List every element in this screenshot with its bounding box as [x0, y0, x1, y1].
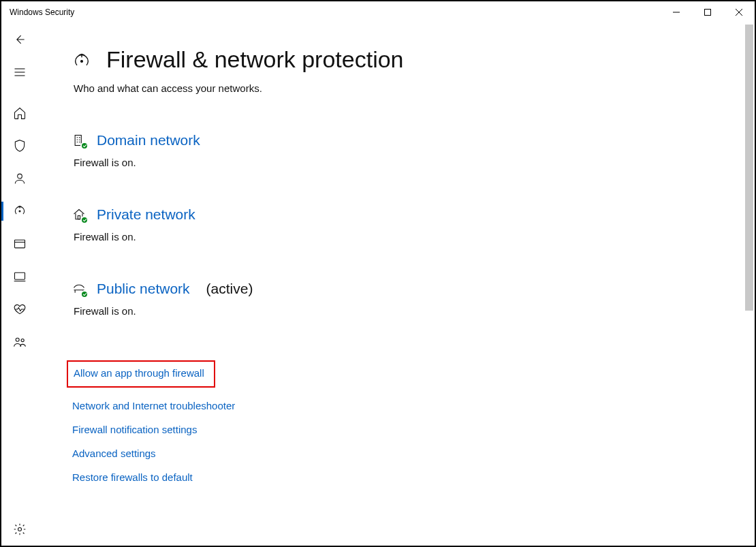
svg-point-15: [18, 528, 22, 531]
sidebar-item-settings[interactable]: [1, 513, 38, 546]
link-allow-app[interactable]: Allow an app through firewall: [74, 367, 204, 379]
page-header: Firewall & network protection: [72, 46, 727, 73]
network-private: Private network Firewall is on.: [72, 206, 727, 243]
public-status: Firewall is on.: [74, 305, 727, 317]
svg-rect-1: [705, 10, 711, 16]
sidebar-item-device-security[interactable]: [1, 260, 38, 293]
titlebar: Windows Security: [1, 1, 755, 23]
firewall-icon: [72, 52, 91, 74]
sidebar-item-app-browser[interactable]: [1, 228, 38, 260]
minimize-button[interactable]: [661, 1, 692, 23]
link-restore-defaults[interactable]: Restore firewalls to default: [72, 471, 193, 483]
back-button[interactable]: [1, 23, 38, 56]
maximize-button[interactable]: [692, 1, 723, 23]
network-domain: Domain network Firewall is on.: [72, 132, 727, 168]
status-ok-icon: [80, 216, 89, 224]
page-title: Firewall & network protection: [106, 46, 404, 73]
page-subtitle: Who and what can access your networks.: [74, 82, 727, 94]
link-notification-settings[interactable]: Firewall notification settings: [72, 424, 197, 435]
status-ok-icon: [80, 290, 89, 298]
domain-status: Firewall is on.: [74, 157, 727, 168]
svg-rect-9: [15, 240, 25, 248]
private-status: Firewall is on.: [74, 231, 727, 243]
svg-point-16: [81, 60, 83, 62]
status-ok-icon: [80, 142, 89, 150]
bench-icon: [72, 282, 86, 296]
menu-button[interactable]: [1, 56, 38, 89]
active-indicator: (active): [206, 281, 253, 297]
link-troubleshooter[interactable]: Network and Internet troubleshooter: [72, 400, 235, 411]
sidebar-item-performance[interactable]: [1, 293, 38, 326]
sidebar-item-virus[interactable]: [1, 129, 38, 162]
link-advanced-settings[interactable]: Advanced settings: [72, 448, 156, 459]
private-network-link[interactable]: Private network: [97, 206, 195, 223]
svg-point-7: [18, 174, 22, 178]
window-title: Windows Security: [10, 7, 74, 17]
sidebar: [1, 23, 38, 546]
sidebar-item-family[interactable]: [1, 326, 38, 358]
svg-rect-11: [15, 272, 25, 279]
scrollbar-thumb[interactable]: [745, 25, 753, 311]
sidebar-item-account[interactable]: [1, 162, 38, 195]
svg-point-14: [21, 339, 24, 341]
main-content: Firewall & network protection Who and wh…: [38, 23, 755, 546]
domain-network-link[interactable]: Domain network: [97, 132, 200, 149]
firewall-links: Allow an app through firewall Network an…: [72, 360, 727, 483]
public-network-link[interactable]: Public network: [97, 281, 190, 297]
window-controls: [661, 1, 755, 23]
sidebar-item-home[interactable]: [1, 97, 38, 129]
svg-point-13: [16, 338, 19, 341]
sidebar-item-firewall[interactable]: [1, 195, 38, 228]
building-icon: [72, 134, 86, 147]
close-button[interactable]: [723, 1, 755, 23]
highlight-allow-app: Allow an app through firewall: [67, 360, 215, 388]
svg-point-8: [19, 210, 20, 212]
house-icon: [72, 208, 86, 221]
network-public: Public network (active) Firewall is on.: [72, 281, 727, 317]
